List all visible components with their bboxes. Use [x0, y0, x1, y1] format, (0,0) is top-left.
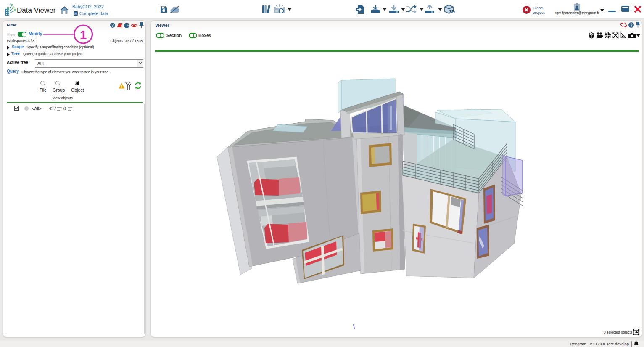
- svg-text:1: 1: [80, 28, 87, 42]
